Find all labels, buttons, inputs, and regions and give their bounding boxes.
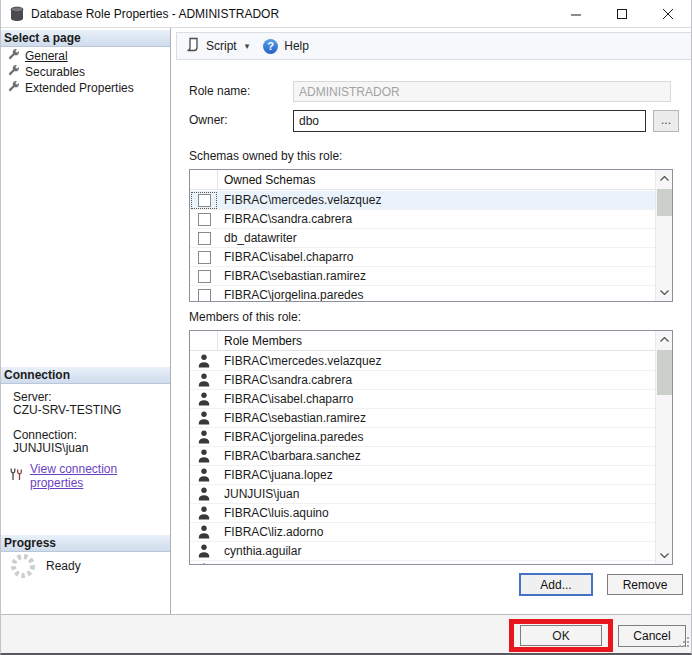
add-button[interactable]: Add... [519,573,593,596]
sidebar-item-securables[interactable]: Securables [7,64,85,80]
scroll-down-icon[interactable] [656,547,672,564]
maximize-button[interactable] [599,0,645,28]
member-row[interactable]: JUNJUIS\juan [190,485,655,504]
scroll-up-icon[interactable] [656,331,672,348]
member-row[interactable]: FIBRAC\liz.adorno [190,523,655,542]
user-icon [190,523,218,542]
user-icon [190,561,218,565]
user-icon [190,390,218,409]
ok-button[interactable]: OK [520,625,602,646]
view-connection-properties-link[interactable]: View connection properties [30,462,170,490]
window-title: Database Role Properties - ADMINISTRADOR [31,0,279,28]
member-row[interactable]: FIBRAC\barbara.sanchez [190,447,655,466]
owned-schemas-column-label: Owned Schemas [218,170,315,189]
connection-value: JUNJUIS\juan [13,441,88,455]
schema-checkbox-cell [190,248,218,267]
scrollbar-thumb[interactable] [657,189,672,216]
member-row-partial [190,561,655,564]
annotation-highlight-box: OK [509,619,613,652]
owned-schemas-header: Owned Schemas [190,170,655,190]
wrench-icon [7,80,20,96]
cancel-button[interactable]: Cancel [618,625,686,647]
schemas-label: Schemas owned by this role: [189,149,342,163]
connection-header: Connection [1,367,170,384]
schema-row[interactable]: FIBRAC\jorgelina.paredes [190,286,655,301]
sidebar: Select a page General Securables Extende… [1,28,171,614]
progress-header: Progress [1,535,170,552]
sidebar-item-extended-properties[interactable]: Extended Properties [7,80,134,96]
member-row[interactable]: FIBRAC\mercedes.velazquez [190,352,655,371]
member-row[interactable]: FIBRAC\juana.lopez [190,466,655,485]
owner-browse-button[interactable]: ... [653,110,679,132]
remove-button[interactable]: Remove [607,574,683,595]
schema-checkbox-cell [190,286,218,302]
sidebar-item-label: Securables [25,65,85,79]
resize-grip[interactable] [679,637,690,651]
schema-row[interactable]: FIBRAC\sandra.cabrera [190,210,655,229]
role-members-list: Role Members FIBRAC\mercedes.velazquez F… [189,330,673,565]
scroll-down-icon[interactable] [656,284,672,301]
members-label: Members of this role: [189,310,301,324]
members-scrollbar[interactable] [655,331,672,564]
schema-checkbox[interactable] [198,289,211,302]
schemas-scrollbar[interactable] [655,170,672,301]
schema-checkbox-cell [190,267,218,286]
owned-schemas-list: Owned Schemas FIBRAC\mercedes.velazquez … [189,169,673,302]
user-icon [190,504,218,523]
icon-column-header [190,331,218,350]
schema-row[interactable]: db_datawriter [190,229,655,248]
user-icon [190,371,218,390]
member-row[interactable]: FIBRAC\luis.aquino [190,504,655,523]
connection-label: Connection: [13,428,77,442]
member-row[interactable]: FIBRAC\isabel.chaparro [190,390,655,409]
member-row[interactable]: FIBRAC\sebastian.ramirez [190,409,655,428]
schema-row[interactable]: FIBRAC\mercedes.velazquez [190,191,655,210]
title-bar: Database Role Properties - ADMINISTRADOR [1,0,691,28]
schema-checkbox[interactable] [198,251,211,264]
owner-field[interactable]: dbo [293,110,646,132]
script-button[interactable]: Script [206,39,237,53]
minimize-button[interactable] [553,0,599,28]
schema-checkbox-cell [190,191,218,210]
schema-checkbox[interactable] [198,270,211,283]
role-members-header: Role Members [190,331,655,351]
schema-checkbox-cell [190,229,218,248]
sidebar-item-general[interactable]: General [7,48,68,64]
progress-status: Ready [46,559,81,573]
wrench-icon [7,48,20,64]
user-icon [190,447,218,466]
user-icon [190,466,218,485]
database-role-properties-dialog: Database Role Properties - ADMINISTRADOR… [0,0,692,655]
user-icon [190,542,218,561]
server-label: Server: [13,390,52,404]
chevron-down-icon[interactable]: ▾ [245,41,250,51]
member-row[interactable]: FIBRAC\sandra.cabrera [190,371,655,390]
server-value: CZU-SRV-TESTING [13,403,121,417]
help-icon: ? [263,39,278,54]
user-icon [190,428,218,447]
schema-checkbox[interactable] [198,194,211,207]
user-icon [190,409,218,428]
progress-spinner-icon [9,552,37,583]
schema-checkbox[interactable] [198,232,211,245]
member-row[interactable]: cynthia.aguilar [190,542,655,561]
user-icon [190,352,218,371]
schema-checkbox-cell [190,210,218,229]
owner-label: Owner: [189,113,228,127]
schema-row[interactable]: FIBRAC\sebastian.ramirez [190,267,655,286]
help-button[interactable]: Help [284,39,309,53]
role-members-column-label: Role Members [218,331,302,350]
schema-row[interactable]: FIBRAC\isabel.chaparro [190,248,655,267]
sidebar-item-label: Extended Properties [25,81,134,95]
scrollbar-thumb[interactable] [657,350,672,395]
member-row[interactable]: FIBRAC\jorgelina.paredes [190,428,655,447]
schema-checkbox[interactable] [198,213,211,226]
user-icon [190,485,218,504]
sidebar-item-label: General [25,49,68,63]
close-button[interactable] [645,0,691,28]
checkbox-column-header [190,170,218,189]
wrench-icon [7,64,20,80]
footer: OK Cancel [1,614,692,655]
scroll-up-icon[interactable] [656,170,672,187]
main-panel: Script ▾ ? Help Role name: ADMINISTRADOR… [171,28,692,614]
